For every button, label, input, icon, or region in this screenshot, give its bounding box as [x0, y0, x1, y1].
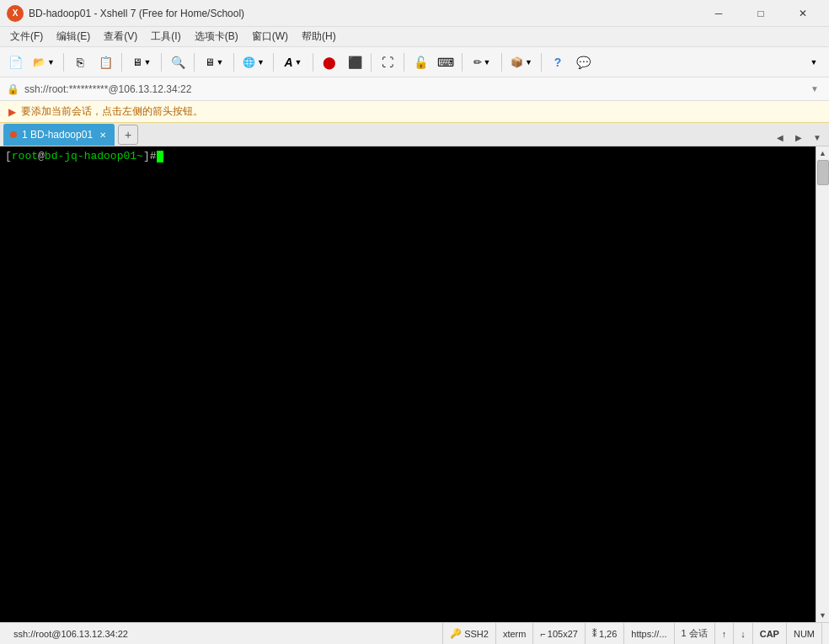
tab-bd-hadoop01[interactable]: 1 BD-hadoop01 ✕	[3, 124, 115, 146]
toolbar-separator-9	[404, 53, 404, 72]
tab-bar: 1 BD-hadoop01 ✕ + ◀ ▶ ▼	[0, 123, 829, 146]
rec-button[interactable]: ⬛	[343, 51, 366, 74]
address-dropdown-button[interactable]: ▼	[807, 82, 822, 95]
cursor-position: 1,26	[599, 629, 617, 639]
find-button[interactable]: 🔍	[166, 51, 190, 74]
open-file-button[interactable]: 📂▼	[29, 51, 59, 74]
screen-button[interactable]: 🖥▼	[126, 51, 157, 74]
hint-text: 要添加当前会话，点击左侧的箭头按钮。	[21, 104, 203, 119]
app-icon: X	[7, 5, 24, 22]
dimensions-label: 105x27	[548, 629, 578, 639]
toolbar-separator-10	[462, 53, 463, 72]
menu-item-窗口W[interactable]: 窗口(W)	[245, 28, 295, 45]
ssh-icon: 🔑	[450, 628, 462, 639]
toolbar-separator-8	[371, 53, 372, 72]
download-icon: ↓	[741, 629, 746, 639]
num-label: NUM	[794, 629, 815, 639]
prompt-user: root	[12, 150, 38, 162]
status-ssh: ssh://root@106.13.12.34:22	[7, 623, 443, 644]
url-text: https://...	[631, 629, 666, 639]
cursor	[157, 151, 163, 162]
lock-icon: 🔒	[7, 83, 19, 95]
menu-item-帮助H[interactable]: 帮助(H)	[295, 28, 343, 45]
title-text: BD-hadoop01 - Xshell 7 (Free for Home/Sc…	[29, 8, 699, 19]
minimize-button[interactable]: ─	[699, 2, 738, 25]
toolbar-separator-2	[121, 53, 122, 72]
status-upload: ↑	[715, 623, 735, 644]
terminal[interactable]: [root@bd-jq-hadoop01 ~]#	[0, 146, 816, 622]
prompt-close: ]	[143, 150, 150, 162]
tab-dot	[10, 131, 17, 138]
menu-item-工具I[interactable]: 工具(I)	[144, 28, 187, 45]
status-cursor: ⁑ 1,26	[586, 623, 624, 644]
prompt-hash: #	[150, 150, 157, 162]
new-file-button[interactable]: 📄	[3, 51, 27, 74]
menu-item-编辑E[interactable]: 编辑(E)	[50, 28, 97, 45]
toolbar-separator-4	[194, 53, 195, 72]
status-protocol: 🔑 SSH2	[443, 623, 496, 644]
prompt-open: [	[5, 150, 12, 162]
status-url: https://...	[624, 623, 674, 644]
menu-item-文件F[interactable]: 文件(F)	[3, 28, 50, 45]
hint-arrow-icon: ▶	[8, 106, 16, 118]
status-cap: CAP	[753, 623, 787, 644]
new-tab-button[interactable]: +	[118, 125, 138, 145]
tab-label: 1 BD-hadoop01	[22, 129, 93, 141]
status-num: NUM	[787, 623, 822, 644]
menu-item-查看V[interactable]: 查看(V)	[97, 28, 144, 45]
tab-next-button[interactable]: ▶	[790, 129, 807, 146]
prompt-dir: ~	[136, 150, 143, 162]
scroll-track[interactable]	[816, 160, 829, 609]
toolbar: 📄 📂▼ ⎘ 📋 🖥▼ 🔍 🖥▼ 🌐▼ A▼ ⬤ ⬛ ⛶ 🔓 ⌨ ✏▼ 📦▼ ?…	[0, 47, 829, 77]
toolbar-more-button[interactable]: ▼	[802, 51, 826, 74]
sessions-label: 1 会话	[682, 627, 708, 640]
web-button[interactable]: 🌐▼	[238, 51, 269, 74]
toolbar-separator-5	[233, 53, 234, 72]
stop-button[interactable]: ⬤	[318, 51, 341, 74]
tab-menu-button[interactable]: ▼	[809, 129, 826, 146]
status-download: ↓	[734, 623, 753, 644]
ssh-address: ssh://root@106.13.12.34:22	[13, 629, 128, 639]
paste-button[interactable]: 📋	[94, 51, 117, 74]
protocol-label: SSH2	[464, 629, 489, 639]
tab-close-button[interactable]: ✕	[98, 130, 108, 141]
tab-prev-button[interactable]: ◀	[772, 129, 789, 146]
terminal-line: [root@bd-jq-hadoop01 ~]#	[5, 150, 810, 162]
chat-button[interactable]: 💬	[571, 51, 595, 74]
terminal-label: xterm	[503, 629, 527, 639]
toolbar-separator-7	[313, 53, 313, 72]
status-dimensions: ⌐ 105x27	[533, 623, 586, 644]
status-bar: ssh://root@106.13.12.34:22 🔑 SSH2 xterm …	[0, 622, 829, 644]
scroll-thumb[interactable]	[817, 160, 829, 185]
vertical-scrollbar[interactable]: ▲ ▼	[816, 146, 829, 622]
window-controls: ─ □ ✕	[699, 2, 822, 25]
cursor-icon: ⁑	[592, 628, 597, 639]
fullscreen-button[interactable]: ⛶	[376, 51, 399, 74]
copy-button[interactable]: ⎘	[68, 51, 92, 74]
font-button[interactable]: A▼	[278, 51, 308, 74]
menu-bar: 文件(F)编辑(E)查看(V)工具(I)选项卡(B)窗口(W)帮助(H)	[0, 27, 829, 47]
dimensions-icon: ⌐	[540, 629, 545, 639]
scroll-down-button[interactable]: ▼	[816, 609, 830, 622]
toolbar-separator-6	[273, 53, 274, 72]
scroll-up-button[interactable]: ▲	[816, 146, 830, 160]
toolbar-separator-12	[541, 53, 542, 72]
keyboard-button[interactable]: ⌨	[434, 51, 457, 74]
upload-icon: ↑	[722, 629, 727, 639]
status-sessions: 1 会话	[675, 623, 715, 644]
address-text: ssh://root:**********@106.13.12.34:22	[24, 83, 807, 95]
close-button[interactable]: ✕	[784, 2, 822, 25]
script-button[interactable]: ✏▼	[467, 51, 497, 74]
hint-bar: ▶ 要添加当前会话，点击左侧的箭头按钮。	[0, 101, 829, 123]
terminal-button[interactable]: 🖥▼	[199, 51, 229, 74]
maximize-button[interactable]: □	[741, 2, 780, 25]
transfer-button[interactable]: 📦▼	[506, 51, 537, 74]
toolbar-separator-1	[63, 53, 64, 72]
lock-button[interactable]: 🔓	[409, 51, 432, 74]
tab-navigation: ◀ ▶ ▼	[772, 129, 826, 146]
terminal-wrapper: [root@bd-jq-hadoop01 ~]# ▲ ▼	[0, 146, 829, 622]
menu-item-选项卡B[interactable]: 选项卡(B)	[188, 28, 245, 45]
toolbar-separator-3	[161, 53, 162, 72]
help-button[interactable]: ?	[546, 51, 570, 74]
toolbar-separator-11	[501, 53, 502, 72]
